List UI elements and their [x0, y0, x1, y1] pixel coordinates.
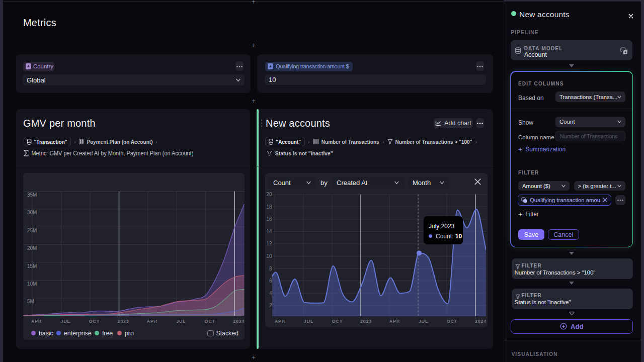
svg-text:12: 12 [266, 241, 272, 246]
svg-text:2024: 2024 [233, 319, 245, 324]
svg-text:2023: 2023 [117, 319, 129, 324]
svg-text:15M: 15M [27, 263, 37, 269]
svg-text:APR: APR [147, 319, 157, 324]
svg-text:6: 6 [269, 278, 272, 284]
svg-text:2023: 2023 [360, 319, 372, 324]
svg-text:OCT: OCT [89, 319, 100, 324]
svg-text:APR: APR [275, 319, 285, 324]
svg-text:OCT: OCT [447, 319, 457, 324]
svg-text:16: 16 [266, 216, 272, 222]
svg-text:OCT: OCT [205, 319, 215, 324]
svg-text:20M: 20M [27, 245, 37, 251]
svg-text:APR: APR [389, 319, 400, 324]
svg-text:10: 10 [266, 253, 272, 259]
svg-text:JUL: JUL [60, 319, 70, 324]
svg-text:10M: 10M [27, 281, 37, 287]
svg-text:20: 20 [266, 192, 272, 197]
svg-text:JUL: JUL [304, 319, 313, 324]
svg-text:35M: 35M [27, 192, 37, 198]
svg-text:4: 4 [269, 291, 272, 296]
svg-text:JUL: JUL [419, 319, 428, 324]
svg-text:14: 14 [266, 229, 272, 234]
svg-text:2: 2 [269, 303, 272, 308]
svg-text:25M: 25M [27, 228, 37, 233]
svg-text:30M: 30M [27, 210, 37, 215]
svg-text:OCT: OCT [332, 319, 343, 324]
svg-text:APR: APR [31, 319, 42, 324]
svg-text:2024: 2024 [475, 319, 487, 324]
svg-text:JUL: JUL [176, 319, 186, 324]
svg-text:8: 8 [269, 266, 272, 272]
svg-text:5M: 5M [27, 299, 34, 304]
svg-text:18: 18 [266, 204, 272, 210]
